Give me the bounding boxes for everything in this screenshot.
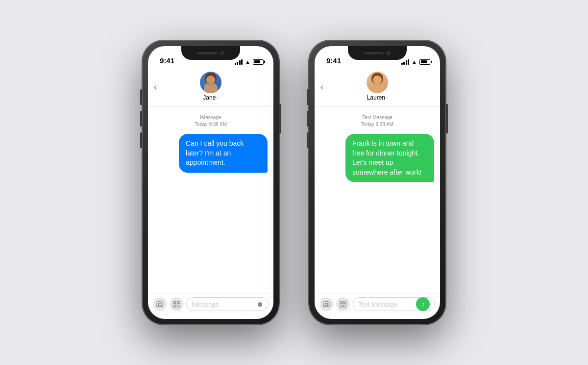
- apps-button-2[interactable]: [336, 297, 350, 311]
- messages-body-2: Text Message Today 9:38 AM Frank is in t…: [315, 106, 440, 293]
- phone-screen-1: 9:41 ▲ ‹: [148, 46, 273, 319]
- chevron-right-icon-2: ›: [386, 95, 388, 101]
- svg-rect-1: [173, 301, 176, 304]
- phone-imessage: 9:41 ▲ ‹: [142, 40, 279, 325]
- svg-point-5: [325, 303, 327, 306]
- message-input-2[interactable]: Text Message ↑: [353, 297, 435, 311]
- wifi-icon-1: ▲: [245, 59, 250, 65]
- notch-1: [181, 46, 240, 60]
- apps-button-1[interactable]: [170, 297, 183, 311]
- contact-avatar-2[interactable]: [367, 72, 388, 93]
- phone-textmessage: 9:41 ▲ ‹: [309, 40, 446, 325]
- signal-icon-2: [401, 59, 410, 65]
- speaker-1: [197, 52, 217, 54]
- contact-name-1[interactable]: Jane ›: [203, 94, 218, 101]
- messages-body-1: iMessage Today 9:38 AM Can I call you ba…: [148, 106, 273, 293]
- send-button-2[interactable]: ↑: [416, 297, 430, 311]
- message-timestamp-2: Text Message Today 9:38 AM: [361, 114, 393, 128]
- signal-icon-1: [235, 59, 243, 65]
- camera-button-2[interactable]: [319, 297, 333, 311]
- send-arrow-icon: ↑: [422, 300, 425, 308]
- message-bubble-2: Frank is in town and free for dinner ton…: [345, 134, 434, 182]
- camera-button-1[interactable]: [153, 297, 167, 311]
- avatar-jane: [200, 72, 221, 93]
- message-timestamp-1: iMessage Today 9:38 AM: [195, 114, 227, 128]
- apps-icon-1: [172, 300, 180, 308]
- messages-header-2: ‹ Lauren ›: [315, 68, 440, 106]
- camera-icon-1: [156, 300, 164, 308]
- svg-rect-3: [173, 305, 176, 307]
- input-placeholder-1: iMessage: [192, 301, 219, 308]
- svg-point-0: [158, 303, 161, 306]
- apps-icon-2: [339, 300, 347, 308]
- status-icons-2: ▲: [401, 59, 430, 65]
- back-button-2[interactable]: ‹: [320, 82, 323, 92]
- wifi-icon-2: ▲: [412, 59, 417, 65]
- battery-icon-2: [419, 59, 430, 65]
- message-bubble-1: Can I call you back later? I'm at an app…: [179, 134, 268, 173]
- svg-rect-8: [340, 305, 343, 307]
- message-input-1[interactable]: iMessage ⏺: [186, 297, 269, 311]
- svg-rect-7: [343, 301, 346, 304]
- chevron-right-icon-1: ›: [217, 95, 218, 101]
- notch-2: [348, 46, 407, 60]
- messages-input-bar-2: Text Message ↑: [315, 293, 440, 319]
- camera-icon-2: [322, 300, 330, 308]
- camera-dot-2: [387, 51, 391, 55]
- messages-input-bar-1: iMessage ⏺: [148, 293, 273, 319]
- camera-dot-1: [220, 51, 224, 55]
- contact-name-2[interactable]: Lauren ›: [367, 94, 388, 101]
- input-placeholder-2: Text Message: [358, 301, 397, 308]
- dictation-icon-1[interactable]: ⏺: [256, 300, 263, 308]
- avatar-lauren: [367, 72, 388, 93]
- svg-rect-6: [340, 301, 343, 304]
- back-button-1[interactable]: ‹: [154, 82, 157, 92]
- battery-icon-1: [253, 59, 264, 65]
- status-time-1: 9:41: [158, 56, 174, 65]
- svg-rect-2: [177, 301, 179, 304]
- contact-avatar-1[interactable]: [200, 72, 221, 93]
- status-icons-1: ▲: [235, 59, 264, 65]
- phone-screen-2: 9:41 ▲ ‹: [315, 46, 440, 319]
- svg-rect-9: [343, 305, 346, 307]
- speaker-2: [364, 52, 384, 54]
- status-time-2: 9:41: [324, 56, 341, 65]
- messages-header-1: ‹ Jane ›: [148, 68, 273, 106]
- svg-rect-4: [177, 305, 179, 307]
